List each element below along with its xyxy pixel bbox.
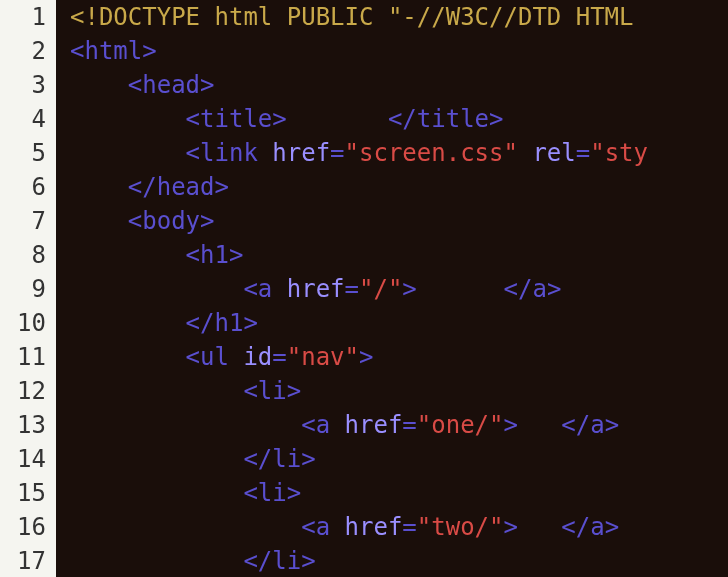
code-line[interactable]: <body> <box>70 204 728 238</box>
token-str: "/" <box>359 275 402 303</box>
token-txt <box>518 513 561 541</box>
token-attr: href <box>345 411 403 439</box>
code-line[interactable]: <li> <box>70 476 728 510</box>
token-whitespace <box>70 173 128 201</box>
token-punct: > <box>489 105 503 133</box>
token-tag: a <box>316 411 330 439</box>
token-attr: rel <box>532 139 575 167</box>
token-whitespace <box>70 71 128 99</box>
line-number-gutter: 1234567891011121314151617 <box>0 0 56 577</box>
code-line[interactable]: <h1> <box>70 238 728 272</box>
line-number: 7 <box>0 204 46 238</box>
token-punct: > <box>142 37 156 65</box>
token-tag: a <box>590 513 604 541</box>
token-punct: = <box>330 139 344 167</box>
token-attr: href <box>272 139 330 167</box>
line-number: 1 <box>0 0 46 34</box>
code-line[interactable]: <li> <box>70 374 728 408</box>
token-txt <box>287 105 388 133</box>
token-tag: link <box>200 139 258 167</box>
token-tag: h1 <box>215 309 244 337</box>
token-tag: a <box>316 513 330 541</box>
token-punct: > <box>272 105 286 133</box>
token-whitespace <box>70 241 186 269</box>
token-punct: < <box>128 207 142 235</box>
token-punct: > <box>229 241 243 269</box>
token-tag: li <box>272 547 301 575</box>
token-whitespace <box>70 411 301 439</box>
token-punct: </ <box>388 105 417 133</box>
token-tag: a <box>258 275 272 303</box>
token-punct: > <box>504 513 518 541</box>
token-punct: > <box>301 445 315 473</box>
token-attr: id <box>243 343 272 371</box>
line-number: 6 <box>0 170 46 204</box>
token-str: "nav" <box>287 343 359 371</box>
token-whitespace <box>518 139 532 167</box>
token-attr: href <box>287 275 345 303</box>
token-punct: > <box>504 411 518 439</box>
token-tag: title <box>200 105 272 133</box>
line-number: 12 <box>0 374 46 408</box>
token-whitespace <box>330 513 344 541</box>
line-number: 14 <box>0 442 46 476</box>
token-punct: > <box>301 547 315 575</box>
code-line[interactable]: <a href="/"> </a> <box>70 272 728 306</box>
token-punct: < <box>243 377 257 405</box>
token-punct: > <box>359 343 373 371</box>
token-tag: li <box>272 445 301 473</box>
token-doctype: <!DOCTYPE html PUBLIC "-//W3C//DTD HTML <box>70 3 634 31</box>
token-punct: < <box>186 241 200 269</box>
token-whitespace <box>70 479 243 507</box>
token-txt <box>518 411 561 439</box>
code-line[interactable]: <a href="two/"> </a> <box>70 510 728 544</box>
code-editor-area[interactable]: <!DOCTYPE html PUBLIC "-//W3C//DTD HTML<… <box>56 0 728 577</box>
token-punct: </ <box>128 173 157 201</box>
code-line[interactable]: <ul id="nav"> <box>70 340 728 374</box>
token-whitespace <box>70 139 186 167</box>
line-number: 10 <box>0 306 46 340</box>
code-line[interactable]: <head> <box>70 68 728 102</box>
token-punct: </ <box>243 445 272 473</box>
token-punct: < <box>243 275 257 303</box>
code-line[interactable]: <a href="one/"> </a> <box>70 408 728 442</box>
token-punct: > <box>200 207 214 235</box>
token-punct: > <box>243 309 257 337</box>
code-line[interactable]: </li> <box>70 544 728 577</box>
token-punct: > <box>547 275 561 303</box>
token-punct: < <box>243 479 257 507</box>
token-punct: < <box>186 343 200 371</box>
token-punct: </ <box>504 275 533 303</box>
token-tag: head <box>157 173 215 201</box>
code-line[interactable]: <link href="screen.css" rel="sty <box>70 136 728 170</box>
line-number: 3 <box>0 68 46 102</box>
token-whitespace <box>70 309 186 337</box>
code-line[interactable]: </head> <box>70 170 728 204</box>
line-number: 4 <box>0 102 46 136</box>
token-punct: < <box>186 139 200 167</box>
token-tag: body <box>142 207 200 235</box>
token-whitespace <box>70 343 186 371</box>
token-whitespace <box>330 411 344 439</box>
token-txt <box>417 275 504 303</box>
token-tag: h1 <box>200 241 229 269</box>
token-punct: </ <box>561 513 590 541</box>
code-line[interactable]: <html> <box>70 34 728 68</box>
token-whitespace <box>70 275 243 303</box>
token-punct: > <box>200 71 214 99</box>
line-number: 5 <box>0 136 46 170</box>
code-line[interactable]: </li> <box>70 442 728 476</box>
token-whitespace <box>70 207 128 235</box>
code-line[interactable]: </h1> <box>70 306 728 340</box>
code-line[interactable]: <title> </title> <box>70 102 728 136</box>
token-whitespace <box>70 513 301 541</box>
token-str: "two/" <box>417 513 504 541</box>
token-punct: < <box>70 37 84 65</box>
token-str: "screen.css" <box>345 139 518 167</box>
line-number: 13 <box>0 408 46 442</box>
token-whitespace <box>70 445 243 473</box>
token-tag: li <box>258 479 287 507</box>
token-punct: > <box>287 377 301 405</box>
token-tag: a <box>590 411 604 439</box>
code-line[interactable]: <!DOCTYPE html PUBLIC "-//W3C//DTD HTML <box>70 0 728 34</box>
